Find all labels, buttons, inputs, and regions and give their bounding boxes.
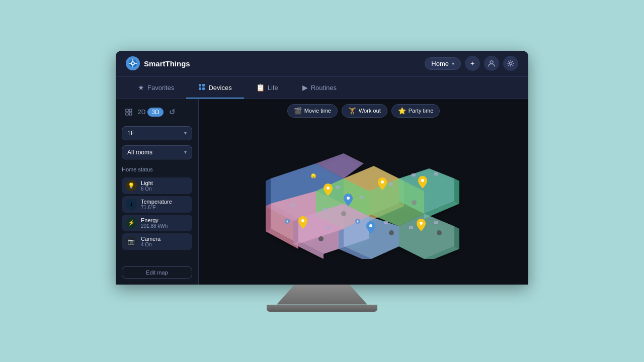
svg-point-42 bbox=[421, 179, 424, 182]
favorites-icon: ★ bbox=[138, 83, 144, 92]
svg-marker-29 bbox=[293, 219, 298, 244]
life-label: Life bbox=[268, 84, 278, 92]
logo-icon bbox=[126, 56, 140, 70]
devices-label: Devices bbox=[208, 84, 231, 92]
monitor-stand bbox=[277, 285, 367, 305]
life-icon: 📋 bbox=[256, 83, 265, 92]
svg-rect-50 bbox=[389, 183, 393, 186]
main-content: 2D 3D ↺ 1F ▾ All rooms ▾ Home status bbox=[116, 99, 528, 285]
light-name: Light bbox=[141, 180, 153, 186]
camera-icon: 📷 bbox=[126, 236, 137, 247]
3d-view-button[interactable]: 3D bbox=[147, 108, 163, 117]
top-right-controls: Home ▾ + bbox=[425, 56, 518, 71]
svg-rect-9 bbox=[126, 109, 128, 112]
monitor-base bbox=[267, 305, 377, 312]
favorites-label: Favorites bbox=[147, 84, 174, 92]
energy-name: Energy bbox=[141, 217, 168, 223]
tab-devices[interactable]: Devices bbox=[186, 76, 244, 99]
floor-plan-container: 💡 bbox=[199, 123, 528, 285]
edit-map-button[interactable]: Edit map bbox=[122, 266, 192, 279]
status-items: 💡 Light 6 On 🌡 Temperature 71.6°F bbox=[122, 177, 192, 250]
tab-life[interactable]: 📋 Life bbox=[244, 76, 290, 99]
svg-rect-11 bbox=[126, 113, 128, 115]
energy-status-text: Energy 201.88 kWh bbox=[141, 217, 168, 229]
status-item-energy[interactable]: ⚡ Energy 201.88 kWh bbox=[122, 215, 192, 231]
nav-tabs: ★ Favorites Devices 📋 Life bbox=[116, 77, 528, 99]
monitor-wrapper: SmartThings Home ▾ + bbox=[116, 51, 528, 312]
grid-view-button[interactable] bbox=[122, 105, 136, 119]
svg-text:💡: 💡 bbox=[311, 173, 316, 178]
routines-icon: ▶ bbox=[302, 83, 308, 92]
svg-point-44 bbox=[369, 224, 372, 227]
settings-button[interactable] bbox=[503, 56, 518, 71]
app-name: SmartThings bbox=[144, 59, 190, 68]
party-time-button[interactable]: ⭐ Party time bbox=[391, 104, 440, 118]
party-icon: ⭐ bbox=[398, 107, 406, 115]
light-status-text: Light 6 On bbox=[141, 180, 153, 192]
view-controls: 2D 3D ↺ bbox=[122, 105, 192, 119]
status-item-temperature[interactable]: 🌡 Temperature 71.6°F bbox=[122, 196, 192, 213]
status-item-camera[interactable]: 📷 Camera 4 On bbox=[122, 233, 192, 250]
svg-point-4 bbox=[510, 62, 512, 65]
tab-routines[interactable]: ▶ Routines bbox=[290, 76, 349, 99]
svg-marker-24 bbox=[266, 204, 271, 231]
floor-chevron-icon: ▾ bbox=[184, 130, 187, 136]
tab-favorites[interactable]: ★ Favorites bbox=[126, 76, 186, 99]
svg-rect-7 bbox=[199, 87, 201, 90]
temperature-status-text: Temperature 71.6°F bbox=[141, 199, 172, 210]
room-dropdown[interactable]: All rooms ▾ bbox=[122, 145, 192, 159]
floor-dropdown[interactable]: 1F ▾ bbox=[122, 126, 192, 140]
status-item-light[interactable]: 💡 Light 6 On bbox=[122, 177, 192, 194]
routines-label: Routines bbox=[311, 84, 337, 92]
svg-rect-54 bbox=[384, 221, 388, 224]
svg-point-2 bbox=[132, 62, 134, 64]
room-chevron-icon: ▾ bbox=[184, 149, 187, 155]
temperature-name: Temperature bbox=[141, 199, 172, 205]
history-view-button[interactable]: ↺ bbox=[166, 105, 180, 119]
camera-value: 4 On bbox=[141, 242, 160, 247]
light-icon: 💡 bbox=[126, 180, 137, 191]
devices-icon bbox=[198, 83, 205, 92]
add-button[interactable]: + bbox=[465, 56, 480, 71]
svg-point-64 bbox=[389, 230, 394, 235]
energy-value: 201.88 kWh bbox=[141, 223, 168, 229]
temperature-icon: 🌡 bbox=[126, 199, 137, 210]
svg-text:❄: ❄ bbox=[356, 220, 359, 223]
svg-point-61 bbox=[341, 211, 346, 216]
svg-point-39 bbox=[327, 187, 330, 190]
svg-marker-35 bbox=[454, 226, 459, 249]
temperature-value: 71.6°F bbox=[141, 205, 172, 210]
svg-point-3 bbox=[490, 61, 493, 64]
home-selector[interactable]: Home ▾ bbox=[425, 57, 461, 70]
svg-marker-32 bbox=[339, 229, 344, 249]
svg-point-63 bbox=[318, 236, 324, 241]
monitor-screen: SmartThings Home ▾ + bbox=[116, 51, 528, 285]
svg-rect-8 bbox=[202, 87, 205, 90]
workout-button[interactable]: 🏋 Work out bbox=[342, 104, 387, 118]
home-status-title: Home status bbox=[122, 166, 192, 172]
home-chevron-icon: ▾ bbox=[452, 61, 454, 66]
floor-label: 1F bbox=[127, 130, 134, 137]
floor-plan-svg: 💡 bbox=[243, 148, 485, 259]
camera-name: Camera bbox=[141, 236, 160, 242]
scene-buttons: 🎬 Movie time 🏋 Work out ⭐ Party time bbox=[287, 99, 440, 123]
svg-point-62 bbox=[412, 200, 417, 205]
svg-rect-53 bbox=[326, 226, 330, 229]
svg-point-43 bbox=[301, 219, 304, 222]
svg-rect-52 bbox=[434, 172, 438, 175]
svg-rect-12 bbox=[129, 113, 132, 115]
svg-point-41 bbox=[381, 180, 384, 184]
svg-point-65 bbox=[437, 230, 442, 235]
2d-view-button[interactable]: 2D bbox=[138, 109, 145, 116]
home-label: Home bbox=[431, 60, 449, 67]
svg-marker-21 bbox=[454, 178, 459, 204]
svg-point-40 bbox=[347, 197, 350, 200]
profile-button[interactable] bbox=[484, 56, 499, 71]
room-label: All rooms bbox=[127, 149, 152, 156]
svg-rect-46 bbox=[291, 204, 295, 207]
movie-time-button[interactable]: 🎬 Movie time bbox=[287, 104, 338, 118]
map-area: 🎬 Movie time 🏋 Work out ⭐ Party time bbox=[199, 99, 528, 285]
svg-rect-56 bbox=[434, 221, 438, 224]
svg-rect-51 bbox=[412, 173, 416, 176]
svg-rect-49 bbox=[360, 196, 363, 199]
